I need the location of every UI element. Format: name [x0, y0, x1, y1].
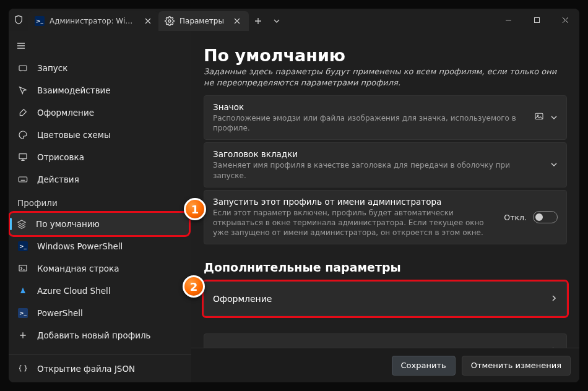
- sidebar: Запуск Взаимодействие Оформление Цветовы…: [9, 31, 191, 382]
- rocket-icon: [17, 62, 28, 74]
- shield-icon: [9, 15, 28, 25]
- window-controls: [494, 9, 579, 31]
- sidebar-item-label: Взаимодействие: [37, 85, 111, 95]
- sidebar-item-label: Оформление: [37, 108, 94, 118]
- tab-dropdown-button[interactable]: [267, 12, 286, 30]
- sidebar-item-label: Открытие файла JSON: [37, 364, 135, 374]
- row-label: Оформление: [213, 294, 272, 304]
- sidebar-item-interaction[interactable]: Взаимодействие: [9, 79, 191, 101]
- new-tab-button[interactable]: [249, 12, 267, 30]
- row-advanced[interactable]: Расширенная: [204, 333, 567, 348]
- setting-tab-title[interactable]: Заголовок вкладки Заменяет имя профиля в…: [204, 142, 567, 187]
- palette-icon: [17, 129, 28, 140]
- cursor-icon: [17, 85, 28, 96]
- sidebar-item-label: Запуск: [37, 63, 67, 73]
- keyboard-icon: [17, 174, 28, 185]
- powershell-icon: >_: [35, 16, 45, 26]
- monitor-icon: [17, 152, 28, 163]
- hamburger-icon[interactable]: [9, 35, 33, 57]
- toggle-label: Откл.: [504, 213, 527, 222]
- sidebar-profile-defaults[interactable]: По умолчанию: [10, 213, 189, 235]
- tab-label: Параметры: [179, 17, 224, 25]
- annotation-1: 1: [184, 198, 206, 220]
- save-button[interactable]: Сохранить: [392, 356, 456, 376]
- tab-powershell[interactable]: >_ Администратор: Windows Po: [28, 11, 158, 31]
- chevron-right-icon: [550, 294, 558, 304]
- close-icon[interactable]: [231, 15, 243, 27]
- page-title: По умолчанию: [204, 46, 567, 65]
- row-appearance[interactable]: Оформление: [204, 281, 567, 316]
- sidebar-item-label: Добавить новый профиль: [37, 330, 151, 340]
- gear-icon: [165, 16, 175, 26]
- sidebar-item-label: Отрисовка: [37, 152, 84, 162]
- setting-icon[interactable]: Значок Расположение эмодзи или файла изо…: [204, 95, 567, 140]
- sidebar-item-colorschemes[interactable]: Цветовые схемы: [9, 124, 191, 146]
- cmd-icon: [17, 263, 28, 274]
- sidebar-profile-ps[interactable]: >_ PowerShell: [9, 302, 191, 324]
- svg-rect-2: [19, 66, 27, 71]
- powershell-icon: >_: [17, 307, 28, 319]
- close-icon[interactable]: [144, 15, 152, 27]
- titlebar: >_ Администратор: Windows Po Параметры: [9, 9, 579, 31]
- section-additional: Дополнительные параметры: [204, 260, 567, 274]
- sidebar-item-label: Windows PowerShell: [37, 241, 123, 251]
- svg-rect-5: [19, 265, 27, 271]
- sidebar-item-label: PowerShell: [37, 308, 83, 318]
- setting-title: Заголовок вкладки: [213, 149, 543, 159]
- minimize-button[interactable]: [494, 9, 522, 31]
- brush-icon: [17, 107, 28, 118]
- sidebar-profile-winps[interactable]: >_ Windows PowerShell: [9, 235, 191, 257]
- sidebar-item-label: Цветовые схемы: [37, 130, 111, 140]
- setting-run-as-admin[interactable]: Запустить этот профиль от имени админист…: [204, 190, 567, 245]
- footer-bar: Сохранить Отменить изменения: [191, 348, 579, 382]
- sidebar-profile-cmd[interactable]: Командная строка: [9, 257, 191, 280]
- tab-settings[interactable]: Параметры: [158, 11, 249, 31]
- close-window-button[interactable]: [551, 9, 579, 31]
- sidebar-open-json[interactable]: Открытие файла JSON: [9, 358, 191, 380]
- setting-subtitle: Расположение эмодзи или файла изображени…: [213, 113, 527, 133]
- setting-title: Запустить этот профиль от имени админист…: [213, 197, 496, 207]
- svg-point-0: [168, 20, 171, 22]
- powershell-icon: >_: [17, 241, 28, 252]
- sidebar-item-actions[interactable]: Действия: [9, 168, 191, 191]
- sidebar-add-profile[interactable]: Добавить новый профиль: [9, 324, 191, 346]
- app-window: >_ Администратор: Windows Po Параметры: [9, 9, 579, 382]
- chevron-down-icon: [550, 159, 558, 171]
- svg-rect-3: [19, 154, 27, 159]
- image-icon: [534, 111, 544, 124]
- sidebar-item-label: По умолчанию: [36, 219, 100, 229]
- sidebar-item-rendering[interactable]: Отрисовка: [9, 146, 191, 168]
- svg-rect-4: [19, 177, 27, 182]
- app-body: Запуск Взаимодействие Оформление Цветовы…: [9, 31, 579, 382]
- braces-icon: [17, 363, 28, 374]
- setting-title: Значок: [213, 102, 527, 112]
- setting-subtitle: Если этот параметр включен, профиль буде…: [213, 208, 496, 238]
- toggle-switch[interactable]: [533, 211, 558, 223]
- azure-icon: [17, 285, 28, 296]
- chevron-down-icon: [550, 112, 558, 124]
- maximize-button[interactable]: [522, 9, 551, 31]
- sidebar-item-label: Azure Cloud Shell: [37, 286, 111, 296]
- sidebar-profile-azure[interactable]: Azure Cloud Shell: [9, 280, 191, 302]
- sidebar-item-label: Действия: [37, 174, 79, 184]
- setting-subtitle: Заменяет имя профиля в качестве заголовк…: [213, 160, 543, 180]
- discard-button[interactable]: Отменить изменения: [462, 356, 571, 376]
- tab-label: Администратор: Windows Po: [50, 17, 136, 25]
- sidebar-item-label: Командная строка: [37, 264, 119, 273]
- sidebar-item-appearance[interactable]: Оформление: [9, 101, 191, 124]
- annotation-2: 2: [183, 275, 205, 298]
- sidebar-item-startup[interactable]: Запуск: [9, 57, 191, 79]
- layers-icon: [16, 218, 27, 230]
- main-content: По умолчанию Заданные здесь параметры бу…: [191, 31, 579, 382]
- sidebar-header-profiles: Профили: [9, 193, 191, 213]
- plus-icon: [17, 330, 28, 341]
- svg-rect-1: [534, 17, 539, 22]
- page-description: Заданные здесь параметры будут применены…: [204, 66, 567, 88]
